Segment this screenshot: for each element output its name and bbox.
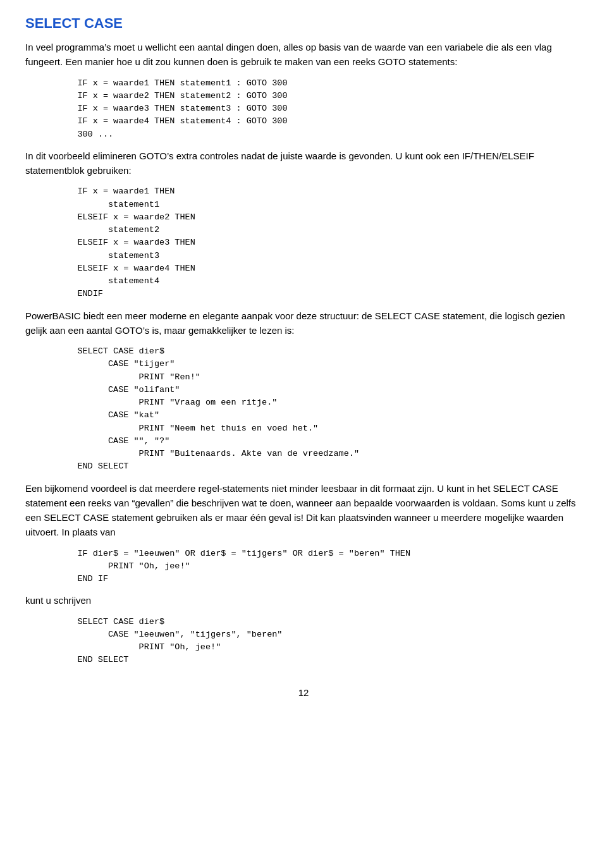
paragraph-2: In dit voorbeeld elimineren GOTO’s extra…	[25, 149, 582, 178]
paragraph-4: Een bijkomend voordeel is dat meerdere r…	[25, 481, 582, 540]
code-block-5: SELECT CASE dier$ CASE "leeuwen", "tijge…	[57, 616, 582, 667]
page-title: SELECT CASE	[25, 13, 582, 34]
intro-paragraph: In veel programma’s moet u wellicht een …	[25, 40, 582, 70]
paragraph-3: PowerBASIC biedt een meer moderne en ele…	[25, 309, 582, 338]
paragraph-5: kunt u schrijven	[25, 593, 582, 608]
code-block-3: SELECT CASE dier$ CASE "tijger" PRINT "R…	[57, 345, 582, 474]
page-number: 12	[25, 686, 582, 700]
code-block-4: IF dier$ = "leeuwen" OR dier$ = "tijgers…	[57, 547, 582, 586]
code-block-1: IF x = waarde1 THEN statement1 : GOTO 30…	[57, 77, 582, 141]
code-block-2: IF x = waarde1 THEN statement1 ELSEIF x …	[57, 185, 582, 300]
